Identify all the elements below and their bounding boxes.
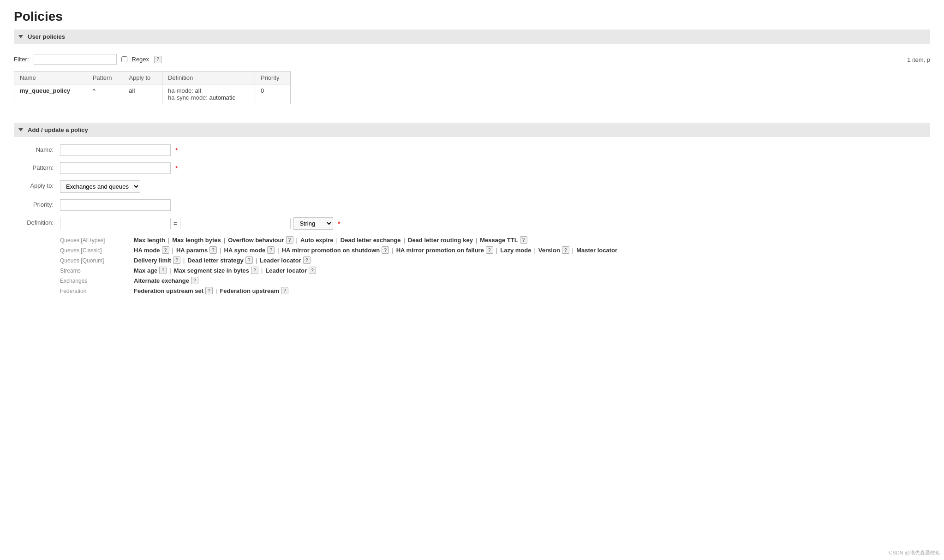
- policy-pattern-cell: ^: [87, 84, 123, 104]
- def-value: automatic: [209, 94, 235, 101]
- definition-required: *: [338, 220, 340, 227]
- definition-key-input[interactable]: [60, 218, 171, 229]
- name-label: Name:: [14, 144, 60, 153]
- apply-to-select[interactable]: Exchanges and queuesExchangesQueues: [60, 180, 140, 193]
- page-title: Policies: [14, 9, 930, 24]
- help-icon[interactable]: ?: [486, 246, 493, 254]
- name-input[interactable]: [60, 144, 171, 156]
- policy-priority-cell: 0: [255, 84, 291, 104]
- def-link[interactable]: Version: [538, 247, 560, 254]
- def-link[interactable]: HA sync mode: [224, 247, 266, 254]
- separator: |: [336, 237, 337, 244]
- def-link[interactable]: Max segment size in bytes: [174, 267, 249, 274]
- regex-label: Regex: [132, 56, 149, 63]
- help-icon[interactable]: ?: [562, 246, 569, 254]
- definition-label: Definition:: [14, 217, 60, 226]
- def-link[interactable]: Max age: [134, 267, 157, 274]
- def-link[interactable]: HA params: [176, 247, 208, 254]
- priority-input[interactable]: [60, 199, 171, 211]
- def-link[interactable]: Dead letter exchange: [341, 237, 401, 244]
- separator: |: [404, 237, 405, 244]
- pattern-input[interactable]: [60, 162, 171, 174]
- def-link[interactable]: Overflow behaviour: [228, 237, 284, 244]
- separator: |: [168, 237, 169, 244]
- def-link[interactable]: Leader locator: [260, 257, 301, 264]
- def-link[interactable]: Max length: [134, 237, 165, 244]
- def-link[interactable]: Federation upstream set: [134, 287, 203, 294]
- help-icon[interactable]: ?: [173, 256, 180, 264]
- help-icon[interactable]: ?: [205, 287, 213, 294]
- definition-field: = StringNumberBooleanList *: [60, 217, 341, 230]
- definition-value-input[interactable]: [180, 218, 291, 229]
- priority-label: Priority:: [14, 199, 60, 208]
- help-icon[interactable]: ?: [209, 246, 217, 254]
- def-link[interactable]: Lazy mode: [500, 247, 531, 254]
- separator: |: [224, 237, 225, 244]
- def-category: Queues [All types]Max length|Max length …: [60, 236, 930, 244]
- apply-to-field: Exchanges and queuesExchangesQueues: [60, 180, 140, 193]
- help-icon[interactable]: ?: [191, 277, 198, 284]
- col-apply-to: Apply to: [123, 71, 162, 84]
- help-icon[interactable]: ?: [245, 256, 253, 264]
- add-policy-section: Add / update a policy Name: * Pattern: *…: [14, 123, 930, 294]
- name-required: *: [175, 147, 178, 154]
- col-priority: Priority: [255, 71, 291, 84]
- category-label: Queues [All types]: [60, 236, 134, 244]
- help-icon[interactable]: ?: [281, 287, 288, 294]
- separator: |: [220, 247, 221, 254]
- pattern-label: Pattern:: [14, 162, 60, 171]
- def-value: all: [195, 87, 201, 94]
- category-label: Streams: [60, 267, 134, 274]
- def-link[interactable]: HA mirror promotion on shutdown: [282, 247, 380, 254]
- add-policy-label: Add / update a policy: [28, 126, 88, 133]
- def-link[interactable]: Max length bytes: [172, 237, 221, 244]
- user-policies-label: User policies: [28, 33, 65, 40]
- help-icon[interactable]: ?: [267, 246, 275, 254]
- help-icon[interactable]: ?: [159, 267, 167, 274]
- definition-type-select[interactable]: StringNumberBooleanList: [293, 217, 333, 230]
- add-collapse-icon: [18, 128, 23, 131]
- col-pattern: Pattern: [87, 71, 123, 84]
- col-name: Name: [14, 71, 87, 84]
- def-link[interactable]: HA mode: [134, 247, 160, 254]
- def-category: ExchangesAlternate exchange?: [60, 277, 930, 284]
- help-icon[interactable]: ?: [303, 256, 311, 264]
- separator: |: [496, 247, 497, 254]
- pattern-row: Pattern: *: [14, 162, 930, 174]
- def-link[interactable]: Master locator: [576, 247, 617, 254]
- regex-help-icon[interactable]: ?: [154, 56, 161, 63]
- separator: |: [169, 267, 171, 274]
- help-icon[interactable]: ?: [382, 246, 389, 254]
- category-label: Queues [Quorum]: [60, 256, 134, 264]
- def-link[interactable]: Federation upstream: [220, 287, 279, 294]
- table-row[interactable]: my_queue_policy^allha-mode: allha-sync-m…: [14, 84, 291, 104]
- def-link[interactable]: Delivery limit: [134, 257, 171, 264]
- separator: |: [296, 237, 298, 244]
- separator: |: [215, 287, 217, 294]
- category-links: Max length|Max length bytes|Overflow beh…: [134, 236, 527, 244]
- def-link[interactable]: HA mirror promotion on failure: [396, 247, 484, 254]
- pattern-required: *: [175, 165, 178, 172]
- help-icon[interactable]: ?: [520, 236, 527, 244]
- separator: |: [256, 257, 257, 264]
- help-icon[interactable]: ?: [286, 236, 293, 244]
- policy-name-cell[interactable]: my_queue_policy: [14, 84, 87, 104]
- filter-input[interactable]: [34, 54, 117, 65]
- help-icon[interactable]: ?: [251, 267, 258, 274]
- def-link[interactable]: Auto expire: [300, 237, 334, 244]
- definition-line: ha-sync-mode: automatic: [168, 94, 249, 101]
- def-link[interactable]: Alternate exchange: [134, 277, 189, 284]
- def-link[interactable]: Dead letter strategy: [187, 257, 243, 264]
- def-link[interactable]: Message TTL: [480, 237, 518, 244]
- regex-checkbox[interactable]: [121, 56, 127, 62]
- policy-definition-cell: ha-mode: allha-sync-mode: automatic: [162, 84, 255, 104]
- name-row: Name: *: [14, 144, 930, 156]
- help-icon[interactable]: ?: [309, 267, 316, 274]
- def-link[interactable]: Leader locator: [265, 267, 307, 274]
- add-policy-header[interactable]: Add / update a policy: [14, 123, 930, 137]
- help-icon[interactable]: ?: [162, 246, 169, 254]
- definition-inputs: = StringNumberBooleanList: [60, 217, 333, 230]
- user-policies-header[interactable]: User policies: [14, 30, 930, 44]
- def-link[interactable]: Dead letter routing key: [408, 237, 473, 244]
- item-count: 1 item, p: [907, 56, 930, 63]
